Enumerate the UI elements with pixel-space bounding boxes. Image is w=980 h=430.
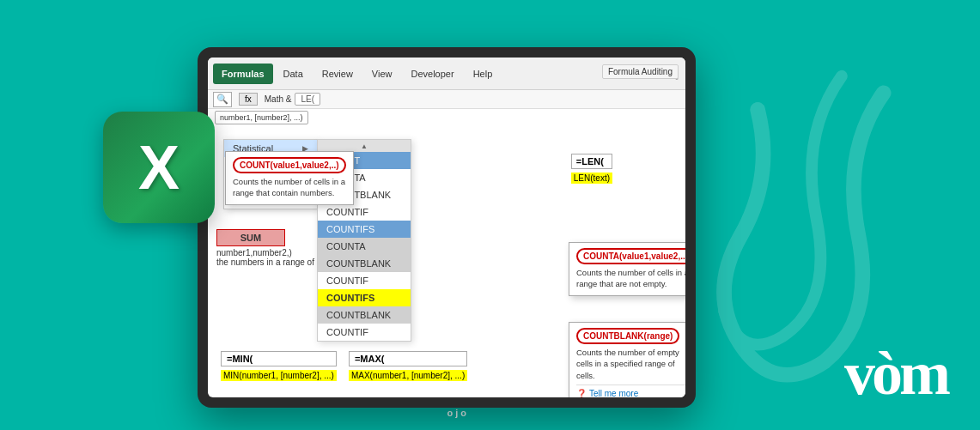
counta-title-text: COUNTA(value1,value2,..) [583, 251, 685, 261]
formula-bar-content: Math & [265, 94, 292, 104]
counta-tooltip: COUNTA(value1,value2,..) Counts the numb… [569, 242, 685, 296]
submenu-item-countblank3[interactable]: COUNTBLANK [318, 306, 411, 324]
tell-me-more-text[interactable]: Tell me more [589, 389, 638, 397]
formula-cells-row: =MIN( MIN(number1, [number2], ...) =MAX(… [221, 351, 467, 382]
countblank-tooltip-desc: Counts the number of empty cells in a sp… [576, 347, 685, 381]
max-input[interactable]: =MAX( [349, 351, 467, 366]
count-tooltip-title: COUNT(value1,value2,..) [233, 157, 346, 173]
screen-frame: Formulas Data Review View Developer Help… [198, 47, 696, 408]
hint-text: number1, [number2], ...) [215, 111, 308, 124]
submenu-item-countif[interactable]: COUNTIF [318, 203, 411, 221]
vom-logo: vòm [844, 342, 947, 404]
counta-tooltip-desc: Counts the number of cells in a range th… [576, 267, 685, 290]
min-input[interactable]: =MIN( [221, 351, 337, 366]
submenu-item-countif3[interactable]: COUNTIF [318, 324, 411, 341]
formula-bar: 🔍 fx Math & LE( [208, 90, 685, 109]
countblank-title-text: COUNTBLANK(range) [583, 331, 673, 341]
ribbon: Formulas Data Review View Developer Help… [208, 58, 685, 90]
function-button[interactable]: fx [239, 93, 258, 106]
ribbon-tab-developer[interactable]: Developer [403, 64, 463, 84]
main-content: number1, [number2], ...) Statistical ▶ E… [208, 109, 685, 397]
counta-tooltip-title-wrapper: COUNTA(value1,value2,..) [576, 248, 685, 264]
tooltip-separator [576, 385, 685, 385]
search-box-icon[interactable]: 🔍 [213, 92, 232, 107]
submenu-item-countblank2[interactable]: COUNTBLANK [318, 255, 411, 272]
ribbon-tab-help[interactable]: Help [465, 64, 502, 84]
formula-auditing-label: Formula Auditing [602, 64, 679, 79]
ribbon-tab-data[interactable]: Data [275, 64, 312, 84]
min-formula-cell: =MIN( MIN(number1, [number2], ...) [221, 351, 337, 382]
excel-logo: X [103, 112, 215, 223]
tell-me-more-link[interactable]: ❓ Tell me more [576, 389, 685, 397]
count-tooltip: COUNT(value1,value2,..) Counts the numbe… [225, 151, 354, 205]
help-circle-icon: ❓ [576, 389, 587, 397]
ojo-brand: ojo [447, 408, 470, 418]
formula-hint-bar: number1, [number2], ...) [215, 111, 308, 124]
submenu-item-countifs-yellow[interactable]: COUNTIFS [318, 289, 411, 306]
submenu-item-countifs-blue[interactable]: COUNTIFS [318, 221, 411, 238]
formula-bar-hint: LE( [295, 93, 320, 106]
len-input[interactable]: =LEN( [571, 154, 612, 169]
screen-inner: Formulas Data Review View Developer Help… [208, 58, 685, 397]
ribbon-tab-review[interactable]: Review [313, 64, 362, 84]
submenu-item-counta2[interactable]: COUNTA [318, 238, 411, 255]
ribbon-tab-formulas[interactable]: Formulas [213, 64, 273, 84]
countblank-tooltip: COUNTBLANK(range) Counts the number of e… [569, 322, 685, 397]
max-formula-cell: =MAX( MAX(number1, [number2], ...) [349, 351, 467, 382]
count-title-text: COUNT(value1,value2,..) [240, 160, 339, 170]
menus-wrapper: Statistical ▶ Engineering ▶ Cube ▶ Infor… [223, 139, 411, 342]
ribbon-tab-view[interactable]: View [363, 64, 401, 84]
count-tooltip-desc: Counts the number of cells in a range th… [233, 176, 346, 199]
excel-x-letter: X [138, 132, 180, 203]
submenu-item-countif2[interactable]: COUNTIF [318, 272, 411, 289]
cell-ref-text: LE( [301, 94, 314, 104]
scroll-up-indicator[interactable]: ▲ [318, 140, 411, 152]
max-hint: MAX(number1, [number2], ...) [349, 370, 467, 381]
min-hint: MIN(number1, [number2], ...) [221, 370, 337, 381]
len-hint: LEN(text) [571, 173, 612, 184]
countblank-tooltip-title-wrapper: COUNTBLANK(range) [576, 328, 679, 344]
len-formula-area: =LEN( LEN(text) [571, 154, 612, 185]
